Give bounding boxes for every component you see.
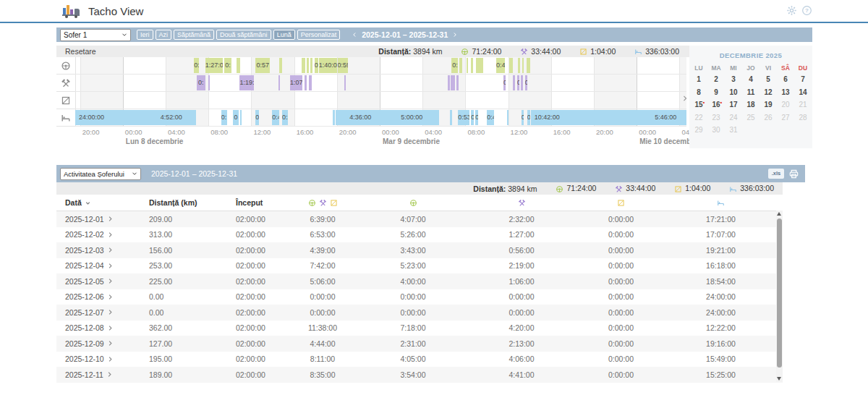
expand-row-icon[interactable] — [107, 216, 114, 222]
value-cell: 3:43:00 — [359, 246, 467, 255]
export-xls-button[interactable]: .xls — [768, 169, 784, 179]
calendar-day[interactable]: 10 — [725, 86, 742, 99]
scroll-down-icon[interactable] — [777, 377, 781, 381]
value-cell: 6:39:00 — [286, 215, 359, 224]
total-drive: 71:24:00 — [556, 184, 596, 193]
work-bar — [309, 75, 312, 90]
rest-bar: 5:46:00 — [645, 110, 686, 125]
help-icon[interactable]: ? — [801, 5, 812, 16]
value-cell: 4:44:00 — [286, 339, 359, 348]
calendar-day[interactable]: 13 — [777, 86, 794, 99]
preset-button[interactable]: Ieri — [137, 30, 153, 40]
table-row[interactable]: 2025-12-08362.0002:00:0011:38:007:18:004… — [56, 321, 783, 336]
value-cell: 0:00:00 — [467, 308, 576, 317]
weekday-label: LU — [690, 63, 707, 73]
table-row[interactable]: 2025-12-03156.0002:00:004:39:003:43:000:… — [56, 242, 783, 258]
app-logo-icon — [62, 4, 81, 18]
table-row[interactable]: 2025-12-09127.0002:00:004:44:002:31:002:… — [56, 336, 783, 352]
settings-gear-icon[interactable] — [786, 5, 797, 16]
calendar-day[interactable]: 18 — [742, 98, 760, 111]
expand-row-icon[interactable] — [107, 263, 114, 269]
col-header[interactable]: Dată — [56, 198, 149, 207]
rest-bar: 24:00:00 — [75, 110, 146, 125]
date-cell: 2025-12-07 — [56, 308, 149, 317]
rest-bar: 0:53 — [458, 110, 469, 125]
value-cell: 19:16:00 — [666, 339, 775, 348]
calendar-day[interactable]: 14 — [794, 86, 812, 99]
table-row[interactable]: 2025-12-070.0002:00:000:00:000:00:000:00… — [56, 305, 783, 321]
value-cell: 189.00 — [149, 370, 236, 379]
table-row[interactable]: 2025-12-02313.0002:00:006:53:005:26:001:… — [56, 227, 783, 243]
col-header-icons — [666, 199, 775, 207]
sort-icon[interactable] — [85, 200, 91, 206]
expand-row-icon[interactable] — [106, 371, 113, 378]
weekday-label: SÂ — [777, 63, 794, 73]
calendar-day[interactable]: 8 — [690, 86, 707, 99]
calendar-day[interactable]: 5 — [760, 73, 777, 86]
expand-row-icon[interactable] — [107, 278, 114, 284]
print-icon[interactable] — [788, 169, 799, 179]
expand-row-icon[interactable] — [107, 340, 114, 347]
calendar-month: DECEMBRIE 2025 — [689, 46, 812, 59]
scroll-right-icon[interactable] — [681, 93, 689, 103]
expand-row-icon[interactable] — [107, 247, 114, 253]
value-cell: 0:00:00 — [576, 277, 666, 286]
scrollbar-thumb[interactable] — [777, 218, 782, 368]
value-cell: 02:00:00 — [236, 292, 286, 301]
table-row[interactable]: 2025-12-060.0002:00:000:00:000:00:000:00… — [56, 289, 783, 305]
calendar-day[interactable]: 12 — [760, 86, 777, 99]
expand-row-icon[interactable] — [107, 309, 114, 315]
calendar-day[interactable]: 6 — [777, 73, 794, 86]
calendar-day[interactable]: 4 — [742, 73, 760, 86]
calendar-day: 30 — [707, 124, 725, 137]
report-select[interactable]: Activitatea Șoferului — [60, 168, 141, 180]
avail-icon — [617, 199, 625, 207]
table-scrollbar[interactable] — [776, 211, 783, 382]
scroll-up-icon[interactable] — [777, 212, 781, 216]
calendar-day[interactable]: 3 — [725, 73, 742, 86]
table-header: DatăDistanță (km)Început — [56, 195, 783, 211]
calendar-day[interactable]: 2 — [707, 73, 725, 86]
preset-button[interactable]: Lună — [273, 30, 295, 40]
table-row[interactable]: 2025-12-05225.0002:00:005:06:004:00:001:… — [56, 273, 783, 289]
preset-button[interactable]: Două săptămâni — [216, 30, 271, 40]
next-range-icon[interactable] — [452, 32, 458, 38]
value-cell: 0:00:00 — [359, 308, 467, 317]
table-row[interactable]: 2025-12-01209.0002:00:006:39:004:07:002:… — [56, 211, 783, 227]
report-select-value: Activitatea Șoferului — [64, 170, 129, 178]
calendar-day[interactable]: 16• — [707, 98, 725, 111]
tick-label: 16:00 — [551, 128, 571, 136]
reset-button[interactable]: Resetare — [56, 47, 96, 56]
work-bar — [448, 75, 450, 90]
calendar-day[interactable]: 9 — [707, 86, 725, 99]
timeline-toolbar: Sofer 1 IeriAziSăptămânăDouă săptămâniLu… — [56, 27, 812, 42]
preset-button[interactable]: Săptămână — [174, 30, 214, 40]
calendar-day[interactable]: 15• — [690, 98, 707, 111]
calendar-day: 31 — [725, 124, 742, 137]
table-body: 2025-12-01209.0002:00:006:39:004:07:002:… — [56, 211, 783, 383]
calendar-day: 22 — [690, 111, 707, 124]
calendar-day[interactable]: 7 — [794, 73, 812, 86]
drive-bar — [237, 58, 240, 73]
table-row[interactable]: 2025-12-11189.0002:00:008:35:003:54:004:… — [56, 367, 783, 383]
value-cell: 4:05:00 — [359, 355, 467, 363]
table-row[interactable]: 2025-12-04253.0002:00:007:42:005:23:002:… — [56, 258, 783, 274]
calendar-day[interactable]: 11 — [742, 86, 760, 99]
calendar-day[interactable]: 19 — [760, 98, 777, 111]
table-row[interactable]: 2025-12-10195.0002:00:008:11:004:05:004:… — [56, 352, 783, 368]
preset-button[interactable]: Azi — [156, 30, 172, 40]
calendar: DECEMBRIE 2025 LUMAMIJOVISÂDU12345678910… — [689, 46, 812, 148]
value-cell: 2:32:00 — [467, 215, 576, 224]
date-cell: 2025-12-06 — [56, 292, 149, 301]
expand-row-icon[interactable] — [107, 232, 114, 238]
calendar-day[interactable]: 17 — [725, 98, 742, 111]
value-cell: 2:19:00 — [467, 261, 576, 270]
expand-row-icon[interactable] — [107, 325, 114, 331]
value-cell: 127.00 — [149, 339, 236, 348]
expand-row-icon[interactable] — [107, 356, 114, 362]
preset-button[interactable]: Personalizat — [297, 30, 341, 40]
calendar-day[interactable]: 1 — [690, 73, 707, 86]
expand-row-icon[interactable] — [107, 294, 114, 300]
driver-select[interactable]: Sofer 1 — [60, 29, 131, 41]
prev-range-icon[interactable] — [352, 32, 357, 38]
